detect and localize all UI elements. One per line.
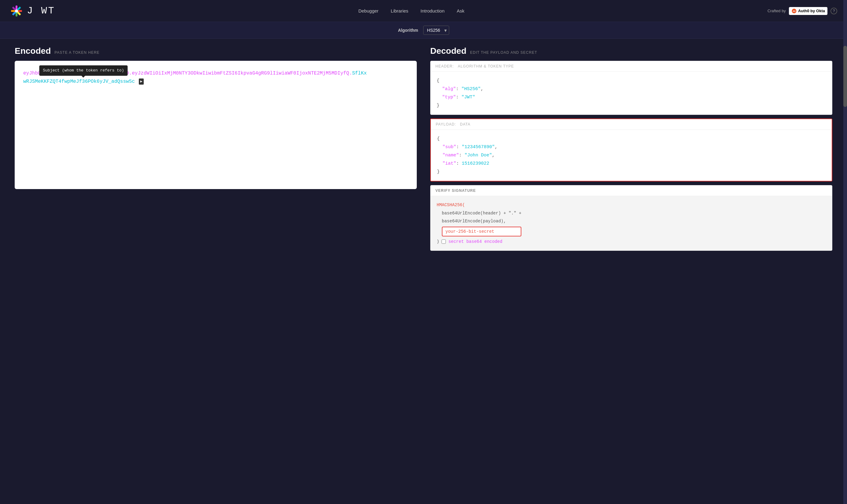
- tooltip-anchor: wRJSMeKKFZQT4fwpMeJf36POk6yJV_adQssw5c S…: [23, 77, 144, 86]
- verify-section: VERIFY SIGNATURE HMACSHA256( base64UrlEn…: [430, 185, 832, 251]
- scrollbar-thumb[interactable]: [843, 46, 847, 107]
- token-dot1: .: [129, 71, 132, 76]
- close-paren: ): [437, 238, 439, 246]
- verify-text-line3: base64UrlEncode(payload),: [442, 219, 506, 223]
- payload-section: PAYLOAD: DATA { "sub": "1234567890", "na…: [430, 119, 832, 181]
- encoded-panel-header: Encoded PASTE A TOKEN HERE: [15, 46, 417, 56]
- payload-section-label: PAYLOAD: DATA: [431, 119, 832, 130]
- nav-ask[interactable]: Ask: [457, 8, 465, 14]
- verify-section-label: VERIFY SIGNATURE: [431, 185, 832, 196]
- navbar-logo-area: J WT: [10, 4, 55, 18]
- encoded-subtitle: PASTE A TOKEN HERE: [54, 50, 99, 55]
- header-section: HEADER: ALGORITHM & TOKEN TYPE { "alg": …: [430, 61, 832, 115]
- navbar: J WT Debugger Libraries Introduction Ask…: [0, 0, 847, 22]
- main-content: Encoded PASTE A TOKEN HERE eyJhbGciOiJIU…: [0, 39, 847, 500]
- algorithm-select-wrapper: HS256 HS384 HS512 RS256: [423, 26, 449, 35]
- algorithm-label: Algorithm: [398, 28, 418, 33]
- algorithm-select[interactable]: HS256 HS384 HS512 RS256: [423, 26, 449, 35]
- crafted-by-label: Crafted by: [767, 8, 786, 13]
- payload-content[interactable]: { "sub": "1234567890", "name": "John Doe…: [431, 130, 832, 181]
- help-button[interactable]: ?: [830, 7, 837, 14]
- verify-content: HMACSHA256( base64UrlEncode(header) + ".…: [431, 196, 832, 251]
- header-content: { "alg": "HS256", "typ": "JWT" }: [431, 72, 832, 114]
- nav-introduction[interactable]: Introduction: [420, 8, 444, 14]
- checkbox-label: secret base64 encoded: [448, 238, 502, 246]
- scrollbar-track[interactable]: [843, 0, 847, 504]
- logo-text: J WT: [27, 5, 55, 17]
- navbar-center: Debugger Libraries Introduction Ask: [358, 8, 465, 14]
- nav-libraries[interactable]: Libraries: [391, 8, 409, 14]
- navbar-right: Crafted by A0 Auth0 by Okta ?: [767, 7, 837, 15]
- verify-line3: base64UrlEncode(payload),: [437, 217, 826, 226]
- token-part3-2: wRJSMeKKFZQT4fwpMeJf36POk6yJV_adQssw5c: [23, 79, 135, 84]
- decoded-panel: Decoded EDIT THE PAYLOAD AND SECRET HEAD…: [427, 46, 832, 493]
- token-part1: eyJhbGciOiJIUzI1NiIsInR5cCI6IkpXVCJ9: [23, 71, 129, 76]
- verify-text-line2: base64UrlEncode(header) + "." +: [442, 211, 521, 216]
- token-dot2: .: [349, 71, 352, 76]
- token-part3-1: SflKx: [352, 71, 367, 76]
- verify-line2: base64UrlEncode(header) + "." +: [437, 209, 826, 217]
- decoded-panel-header: Decoded EDIT THE PAYLOAD AND SECRET: [430, 46, 832, 56]
- token-part2: eyJzdWIiOiIxMjM0NTY3ODkwIiwibmFtZSI6Ikpv…: [132, 71, 349, 76]
- header-section-label: HEADER: ALGORITHM & TOKEN TYPE: [431, 61, 832, 72]
- verify-fn-line: HMACSHA256(: [437, 201, 826, 209]
- auth0-icon: A0: [791, 8, 797, 14]
- decoded-title: Decoded: [430, 46, 466, 56]
- jwt-logo-icon: [10, 4, 23, 18]
- header-section-sublabel: ALGORITHM & TOKEN TYPE: [458, 64, 514, 68]
- svg-text:A0: A0: [793, 10, 796, 13]
- secret-input[interactable]: [442, 227, 521, 236]
- nav-debugger[interactable]: Debugger: [358, 8, 379, 14]
- checkbox-label-text: secret base64 encoded: [448, 239, 502, 244]
- token-box[interactable]: eyJhbGciOiJIUzI1NiIsInR5cCI6IkpXVCJ9.eyJ…: [15, 61, 417, 189]
- encoded-panel: Encoded PASTE A TOKEN HERE eyJhbGciOiJIU…: [15, 46, 427, 493]
- base64-checkbox[interactable]: [442, 239, 446, 244]
- checkbox-row: ) secret base64 encoded: [437, 238, 826, 246]
- auth0-logo: A0 Auth0 by Okta: [789, 7, 827, 15]
- algorithm-bar: Algorithm HS256 HS384 HS512 RS256: [0, 22, 847, 39]
- auth0-label: Auth0 by Okta: [798, 8, 825, 13]
- svg-point-8: [15, 10, 18, 13]
- payload-section-sublabel: DATA: [460, 122, 470, 126]
- secret-input-row: [437, 227, 826, 236]
- decoded-subtitle: EDIT THE PAYLOAD AND SECRET: [470, 50, 537, 55]
- verify-fn-name: HMACSHA256(: [437, 202, 465, 208]
- encoded-title: Encoded: [15, 46, 51, 56]
